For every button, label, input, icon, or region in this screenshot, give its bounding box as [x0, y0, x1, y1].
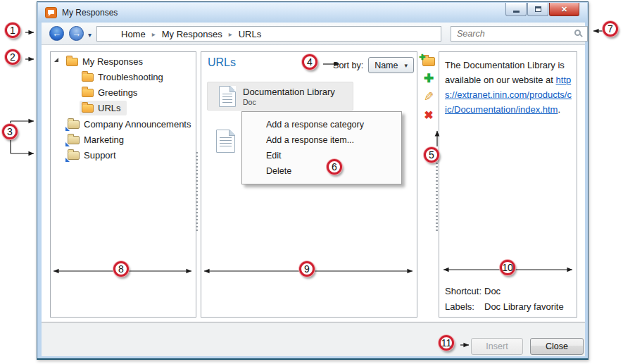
response-detail-panel: The Documentation Library is available o… [439, 51, 577, 318]
sort-dropdown[interactable]: Name ▾ [368, 57, 414, 73]
menu-item-add-response-item[interactable]: Add a response item... [242, 132, 401, 148]
callout-11: 11 [439, 335, 454, 351]
pencil-icon: ✎ [424, 89, 434, 104]
menu-item-add-response-category[interactable]: Add a response category [242, 117, 401, 132]
preview-text-period: . [558, 104, 560, 115]
response-item-shortcut: Doc [243, 98, 335, 106]
close-icon: ✕ [561, 5, 567, 14]
breadcrumb: Home ▸ My Responses ▸ URLs [96, 26, 441, 42]
tree-item-troubleshooting[interactable]: Troubleshooting [82, 69, 163, 84]
edit-button[interactable]: ✎ [420, 89, 437, 103]
labels-label: Labels: [445, 301, 484, 312]
sort-value: Name [375, 61, 398, 70]
tree-item-urls-selected[interactable]: URLs [80, 100, 127, 115]
callout-10: 10 [500, 260, 515, 275]
sort-by-label: Sort by: [333, 61, 363, 70]
response-item-documentation-library[interactable]: Documentation Library Doc [207, 82, 353, 111]
tree-item-company-announcements[interactable]: Company Announcements [68, 116, 191, 132]
category-header: URLs [208, 56, 236, 69]
preview-text: The Documentation Library is available o… [445, 60, 565, 85]
callout-1: 1 [5, 23, 20, 38]
tree-item-label: Troubleshooting [98, 72, 163, 82]
tree-item-marketing[interactable]: Marketing [68, 132, 124, 147]
shortcut-label: Shortcut: [445, 286, 484, 296]
response-preview-text: The Documentation Library is available o… [445, 58, 573, 117]
close-button[interactable]: ✕ [549, 3, 579, 16]
folder-icon [82, 73, 94, 82]
document-icon [216, 130, 235, 153]
breadcrumb-my-responses[interactable]: My Responses [159, 29, 225, 39]
shortcut-value: Doc [484, 286, 501, 296]
callout-4: 4 [302, 54, 317, 70]
add-category-folder-icon: ✚ [422, 57, 435, 66]
breadcrumb-home[interactable]: Home [118, 29, 149, 39]
add-item-button[interactable]: ✚ [420, 71, 437, 85]
breadcrumb-separator-icon: ▸ [149, 30, 159, 38]
breadcrumb-separator-icon: ▸ [225, 30, 236, 38]
shared-folder-icon [68, 151, 80, 160]
shortcut-field: Shortcut: Doc [445, 286, 564, 296]
document-icon [219, 86, 236, 107]
window-title: My Responses [62, 8, 118, 18]
response-item-title: Documentation Library [243, 87, 335, 97]
callout-3: 3 [2, 124, 18, 139]
delete-button[interactable]: ✖ [420, 108, 437, 122]
breadcrumb-urls[interactable]: URLs [236, 29, 265, 39]
tree-splitter-handle[interactable] [196, 152, 198, 233]
tree-item-label: Company Announcements [84, 119, 191, 130]
response-tree-panel: My Responses Troubleshooting Greetings U… [50, 51, 196, 318]
context-menu: Add a response category Add a response i… [241, 111, 402, 184]
tree-item-label: Support [84, 150, 116, 161]
callout-2: 2 [5, 49, 20, 65]
tree-item-greetings[interactable]: Greetings [82, 84, 137, 100]
footer-bar: Insert Close [42, 322, 585, 356]
add-category-button[interactable]: ✚ [420, 54, 437, 68]
tree-item-label: Greetings [98, 87, 137, 98]
response-list-panel: URLs Sort by: Name ▾ Documentation Libra… [201, 51, 417, 318]
callout-5: 5 [424, 147, 439, 163]
plus-icon: ✚ [424, 71, 434, 86]
callout-6: 6 [327, 159, 342, 175]
tree-item-support[interactable]: Support [68, 147, 116, 163]
callout-9: 9 [299, 261, 315, 277]
window-controls: ✕ [505, 3, 579, 16]
navigation-bar: ← → ▾ Home ▸ My Responses ▸ URLs [42, 23, 585, 45]
title-bar: My Responses [38, 3, 587, 23]
search-box [451, 26, 588, 42]
tree-item-label: Marketing [84, 134, 124, 145]
tree-item-label: URLs [98, 103, 121, 113]
tree-item-label: My Responses [82, 56, 143, 67]
shared-folder-icon [68, 136, 80, 144]
menu-item-edit[interactable]: Edit [242, 148, 401, 163]
folder-icon [82, 104, 94, 113]
chevron-down-icon: ▾ [404, 62, 408, 69]
callout-7: 7 [603, 21, 618, 37]
delete-x-icon: ✖ [424, 108, 433, 122]
expand-triangle-icon[interactable] [54, 58, 58, 62]
menu-item-delete[interactable]: Delete [242, 163, 401, 179]
labels-value: Doc Library favorite [484, 301, 564, 312]
labels-field: Labels: Doc Library favorite [445, 301, 564, 312]
forward-arrow-icon: → [72, 28, 81, 39]
responses-folder-icon [66, 58, 78, 66]
maximize-icon [535, 6, 541, 12]
callout-8: 8 [113, 261, 129, 277]
back-arrow-icon: ← [52, 28, 61, 39]
back-button[interactable]: ← [49, 26, 64, 41]
minimize-button[interactable] [505, 3, 527, 16]
detail-splitter-handle[interactable] [436, 152, 438, 233]
folder-icon [82, 89, 94, 97]
app-chat-bubble-icon [45, 7, 57, 18]
close-dialog-button[interactable]: Close [530, 338, 584, 355]
maximize-button[interactable] [527, 3, 548, 16]
shared-folder-icon [68, 120, 80, 129]
forward-button[interactable]: → [69, 26, 84, 41]
minimize-icon [513, 11, 520, 13]
response-item-partially-hidden[interactable] [216, 130, 235, 153]
recent-pages-caret-icon[interactable]: ▾ [88, 31, 92, 39]
tree-item-my-responses[interactable]: My Responses [66, 54, 143, 69]
insert-button[interactable]: Insert [471, 338, 523, 355]
search-icon [574, 30, 581, 36]
search-input[interactable] [451, 27, 571, 41]
